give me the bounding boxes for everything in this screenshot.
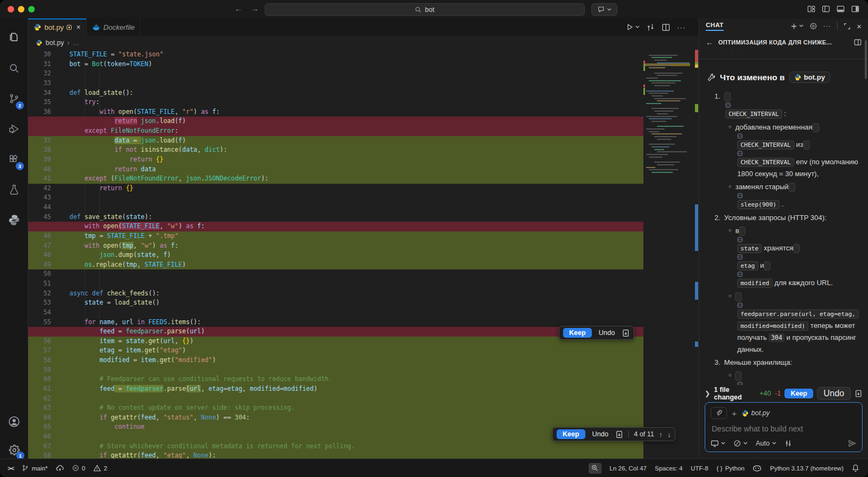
code-editor[interactable]: 30STATE_FILE = "state.json"31bot = Bot(t…: [28, 50, 699, 459]
code-line[interactable]: 61 feed = feedparser.parse(url, etag=eta…: [28, 384, 643, 394]
breadcrumb[interactable]: bot.py › …: [28, 36, 699, 50]
code-line[interactable]: 43: [28, 193, 643, 203]
chat-more-actions-icon[interactable]: ···: [823, 22, 831, 30]
code-chip[interactable]: CHECK_INTERVAL: [724, 92, 860, 119]
tab-close-icon[interactable]: ×: [76, 23, 80, 31]
close-traffic-light[interactable]: [8, 6, 14, 12]
code-line[interactable]: 30STATE_FILE = "state.json": [28, 50, 643, 60]
code-line[interactable]: 54: [28, 308, 643, 318]
chat-back-icon[interactable]: ←: [706, 38, 713, 47]
sync-cloud-icon[interactable]: [56, 465, 64, 472]
code-line[interactable]: 44: [28, 203, 643, 212]
python-interpreter[interactable]: Python 3.13.7 (homebrew): [770, 465, 844, 472]
open-chat-in-editor-icon[interactable]: [854, 38, 861, 46]
open-changes-icon[interactable]: [647, 23, 655, 31]
tools-icon[interactable]: [784, 440, 792, 447]
files-changed-label[interactable]: 1 file changed: [714, 386, 756, 401]
chat-input-placeholder[interactable]: Describe what to build next: [712, 424, 803, 433]
python-sidebar-icon[interactable]: [0, 209, 28, 231]
source-control-icon[interactable]: 2: [0, 88, 28, 109]
code-line[interactable]: 56 item = state.get(url, {}): [28, 337, 643, 346]
chat-input-box[interactable]: + bot.py Describe what to build next Aut…: [705, 402, 863, 452]
code-line[interactable]: 52async def check_feeds():: [28, 289, 643, 299]
copilot-menu-button[interactable]: [591, 3, 617, 16]
code-line[interactable]: 62: [28, 394, 643, 404]
command-center-search[interactable]: bot: [265, 3, 585, 16]
code-line[interactable]: 45def save_state(state):: [28, 212, 643, 222]
expand-chevron-icon[interactable]: ❯: [705, 390, 710, 397]
errors-status[interactable]: 0: [72, 465, 85, 472]
undo-all-button[interactable]: Undo: [817, 387, 851, 400]
new-chat-button[interactable]: [790, 23, 803, 30]
keep-all-button[interactable]: Keep: [784, 389, 813, 398]
copilot-icon[interactable]: [752, 464, 762, 472]
maximize-traffic-light[interactable]: [28, 6, 35, 12]
code-line[interactable]: 60 # Feedparser can use conditional requ…: [28, 375, 643, 384]
code-line[interactable]: 50: [28, 269, 643, 279]
settings-gear-icon[interactable]: 1: [0, 439, 28, 461]
forward-icon[interactable]: →: [251, 4, 259, 13]
code-line[interactable]: 39 return {}: [28, 155, 643, 165]
more-actions-icon[interactable]: ···: [677, 23, 686, 31]
open-file-diff-icon[interactable]: [622, 329, 630, 337]
code-chip[interactable]: state: [735, 371, 860, 385]
code-line[interactable]: 65 continue: [28, 422, 643, 432]
code-line[interactable]: 66: [28, 432, 643, 442]
code-line[interactable]: 47 with open(tmp, "w") as f:: [28, 241, 643, 251]
encoding[interactable]: UTF-8: [691, 465, 709, 472]
chat-response-area[interactable]: Что изменено в bot.py 1.CHECK_INTERVAL :…: [699, 62, 868, 385]
customize-layout-icon[interactable]: [807, 5, 815, 13]
code-line[interactable]: 34def load_state():: [28, 88, 643, 98]
code-line[interactable]: 58 modified = item.get("modified"): [28, 356, 643, 365]
language-mode[interactable]: { } Python: [717, 465, 745, 472]
branch-status[interactable]: main*: [22, 465, 47, 472]
send-icon[interactable]: [848, 439, 857, 448]
code-line[interactable]: 55 for name, url in FEEDS.items():: [28, 318, 643, 327]
code-line[interactable]: 33: [28, 79, 643, 88]
extensions-icon[interactable]: 3: [0, 149, 28, 170]
chat-panel-title[interactable]: CHAT: [706, 22, 724, 31]
mode-dropdown[interactable]: [733, 440, 748, 447]
indentation[interactable]: Spaces: 4: [655, 465, 682, 472]
maximize-panel-icon[interactable]: [844, 23, 851, 30]
cursor-position[interactable]: Ln 26, Col 47: [610, 465, 647, 472]
attach-context-button[interactable]: [711, 407, 727, 419]
code-line[interactable]: 31bot = Bot(token=TOKEN): [28, 60, 643, 69]
model-picker-dropdown[interactable]: Auto: [756, 440, 776, 447]
tab-dockerfile[interactable]: Dockerfile: [87, 18, 141, 36]
open-file-diff-icon[interactable]: [615, 430, 623, 439]
notifications-bell-icon[interactable]: [852, 464, 859, 472]
undo-button[interactable]: Undo: [597, 328, 617, 338]
code-line[interactable]: 41 except (FileNotFoundError, json.JSOND…: [28, 174, 643, 184]
close-panel-icon[interactable]: ×: [857, 22, 861, 31]
testing-icon[interactable]: [0, 179, 28, 201]
run-debug-icon[interactable]: [0, 118, 28, 140]
code-line[interactable]: 67 # Store whichever conditional metadat…: [28, 442, 643, 452]
previous-change-icon[interactable]: ↑: [659, 430, 663, 439]
keep-button[interactable]: Keep: [557, 429, 585, 439]
code-line[interactable]: 68 if getattr(feed, "etag", None):: [28, 451, 643, 459]
code-line[interactable]: 53 state = load_state(): [28, 298, 643, 308]
code-line[interactable]: 64 if getattr(feed, "status", None) == 3…: [28, 413, 643, 423]
warnings-status[interactable]: 2: [93, 465, 107, 472]
code-line[interactable]: 35 try:: [28, 98, 643, 107]
code-line[interactable]: 48 json.dump(state, f): [28, 250, 643, 260]
code-line[interactable]: 57 etag = item.get("etag"): [28, 346, 643, 356]
code-line[interactable]: 46 tmp = STATE_FILE + ".tmp": [28, 231, 643, 241]
keep-button[interactable]: Keep: [563, 328, 592, 338]
toggle-primary-sidebar-icon[interactable]: [822, 5, 830, 13]
code-line[interactable]: 38 if not isinstance(data, dict):: [28, 145, 643, 155]
code-line[interactable]: feed = feedparser.parse(url): [28, 327, 643, 337]
chat-scrollbar[interactable]: [865, 40, 867, 79]
code-line[interactable]: 49 os.replace(tmp, STATE_FILE): [28, 260, 643, 270]
code-line[interactable]: except FileNotFoundError:: [28, 126, 643, 136]
code-line[interactable]: 37 data = json.load(f): [28, 136, 643, 146]
code-line[interactable]: 36 with open(STATE_FILE, "r") as f:: [28, 107, 643, 117]
chat-session-title[interactable]: ОПТИМИЗАЦИЯ КОДА ДЛЯ СНИЖЕ...: [718, 39, 841, 46]
split-editor-icon[interactable]: [662, 23, 670, 31]
accounts-icon[interactable]: [0, 411, 28, 433]
zoom-status-item[interactable]: [589, 463, 602, 474]
code-line[interactable]: 40 return data: [28, 165, 643, 175]
undo-button[interactable]: Undo: [590, 429, 611, 439]
agent-target-dropdown[interactable]: [711, 440, 725, 447]
